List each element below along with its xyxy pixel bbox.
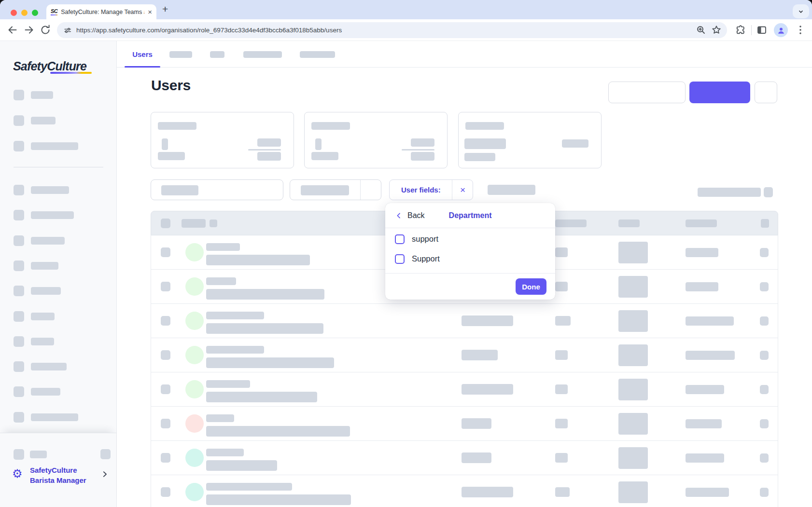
sidebar-item-skeleton[interactable] <box>14 141 78 151</box>
new-tab-button[interactable]: + <box>162 3 168 15</box>
row-checkbox-skeleton[interactable] <box>161 247 170 257</box>
search-input[interactable] <box>151 179 283 200</box>
window-zoom-button[interactable] <box>32 10 38 16</box>
primary-action-button[interactable] <box>689 82 750 103</box>
sidebar-item-label-skeleton <box>31 211 74 219</box>
card-title-skeleton <box>158 122 196 130</box>
stat-card <box>304 112 448 168</box>
row-checkbox-skeleton[interactable] <box>161 419 170 428</box>
sidebar-item-skeleton[interactable] <box>14 412 78 423</box>
sidebar: SafetyCulture ⚙ SafetyCulture Barista Ma… <box>0 41 117 507</box>
site-info-icon[interactable] <box>63 26 72 35</box>
more-options-button[interactable] <box>755 82 777 103</box>
row-checkbox-skeleton[interactable] <box>161 487 170 497</box>
sidebar-item-icon-skeleton <box>14 386 24 397</box>
bookmark-star-icon[interactable] <box>711 24 722 36</box>
tab-close-icon[interactable]: × <box>148 8 152 15</box>
select-all-checkbox-skeleton[interactable] <box>161 219 170 228</box>
row-checkbox-skeleton[interactable] <box>161 282 170 291</box>
browser-tab[interactable]: SC SafetyCulture: Manage Teams and... × <box>46 4 156 19</box>
sidebar-item-skeleton[interactable] <box>14 336 54 347</box>
department-option[interactable]: support <box>385 229 555 249</box>
sidebar-item-skeleton[interactable] <box>14 361 67 372</box>
sidebar-item-icon-skeleton <box>14 286 24 296</box>
email-skeleton <box>206 494 351 505</box>
email-skeleton <box>206 323 323 334</box>
department-option[interactable]: Support <box>385 249 555 269</box>
back-icon[interactable] <box>7 24 18 36</box>
sidebar-item-icon-skeleton <box>14 235 24 246</box>
name-skeleton <box>206 414 234 422</box>
side-panel-icon[interactable] <box>756 24 768 36</box>
cell-skeleton <box>555 453 568 463</box>
tab-skeleton[interactable] <box>243 51 282 58</box>
sidebar-item-icon-skeleton <box>14 141 24 151</box>
sidebar-item-skeleton[interactable] <box>14 235 65 246</box>
window-minimize-button[interactable] <box>21 10 28 16</box>
name-skeleton <box>206 312 264 319</box>
window-close-button[interactable] <box>11 10 17 16</box>
secondary-action-button[interactable] <box>608 82 686 103</box>
select-label-skeleton <box>301 185 349 195</box>
table-row <box>151 407 778 441</box>
row-action-skeleton <box>760 316 769 326</box>
user-fields-filter-chip[interactable]: User fields: × <box>389 179 473 200</box>
row-checkbox-skeleton[interactable] <box>161 316 170 326</box>
sidebar-item-skeleton[interactable] <box>14 90 53 100</box>
sidebar-item-skeleton[interactable] <box>14 286 61 296</box>
org-name: SafetyCulture Barista Manager <box>30 465 86 485</box>
checkbox[interactable] <box>395 234 405 244</box>
cell-skeleton <box>686 248 718 257</box>
sidebar-item-skeleton[interactable] <box>14 260 58 271</box>
checkbox[interactable] <box>395 254 405 264</box>
forward-icon[interactable] <box>23 24 35 36</box>
row-action-skeleton <box>760 419 769 428</box>
row-checkbox-skeleton[interactable] <box>161 350 170 360</box>
sidebar-item-label-skeleton <box>31 287 61 295</box>
cell-skeleton <box>555 384 568 394</box>
sidebar-bottom-section: ⚙ SafetyCulture Barista Manager <box>0 433 116 507</box>
sidebar-item-label-skeleton <box>31 262 58 270</box>
back-button[interactable]: Back <box>407 211 425 220</box>
tab-search-button[interactable] <box>793 4 809 18</box>
card-label-skeleton <box>158 152 185 160</box>
profile-avatar[interactable] <box>774 23 788 37</box>
name-skeleton <box>206 277 236 285</box>
address-bar[interactable]: https://app.safetyculture.com/organisati… <box>57 22 727 38</box>
tab-users[interactable]: Users <box>125 41 160 68</box>
filter-select[interactable] <box>290 179 381 200</box>
done-button[interactable]: Done <box>516 278 546 295</box>
sidebar-item-skeleton[interactable] <box>14 115 56 126</box>
chevron-down-icon <box>798 8 804 15</box>
header-name-skeleton <box>182 219 206 228</box>
option-label: Support <box>412 254 440 263</box>
sidebar-item-skeleton[interactable] <box>14 185 69 195</box>
sort-icon-skeleton <box>210 219 217 227</box>
email-skeleton <box>206 289 324 300</box>
reload-icon[interactable] <box>40 24 51 36</box>
option-label: support <box>412 234 438 244</box>
zoom-icon[interactable] <box>695 24 707 36</box>
cell-skeleton <box>686 316 734 326</box>
sidebar-item-skeleton[interactable] <box>14 210 74 220</box>
cell-skeleton <box>462 418 491 429</box>
row-action-skeleton <box>760 488 769 497</box>
tab-skeleton[interactable] <box>169 51 192 58</box>
sidebar-item-skeleton[interactable] <box>14 311 55 322</box>
tab-skeleton[interactable] <box>210 51 224 58</box>
row-action-skeleton <box>760 351 769 360</box>
tab-title: SafetyCulture: Manage Teams and... <box>61 9 144 15</box>
search-placeholder-skeleton <box>161 185 198 195</box>
extensions-icon[interactable] <box>735 24 746 36</box>
sidebar-item-icon-skeleton <box>14 115 24 126</box>
header-column-skeleton <box>686 219 717 227</box>
menu-dots-icon[interactable] <box>795 24 806 36</box>
row-checkbox-skeleton[interactable] <box>161 453 170 463</box>
sidebar-item-skeleton[interactable] <box>14 386 60 397</box>
card-fraction-line <box>248 149 281 151</box>
tab-skeleton[interactable] <box>300 51 335 58</box>
close-icon[interactable]: × <box>452 180 473 200</box>
row-checkbox-skeleton[interactable] <box>161 384 170 394</box>
cell-skeleton <box>618 242 648 263</box>
table-row <box>151 372 778 407</box>
